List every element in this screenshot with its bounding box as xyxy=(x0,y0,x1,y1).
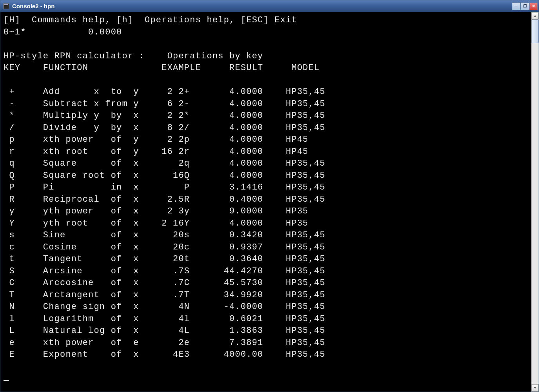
minimize-button[interactable]: ─ xyxy=(512,2,521,10)
scroll-down-arrow[interactable]: ▼ xyxy=(532,384,539,392)
svg-rect-1 xyxy=(4,4,8,5)
maximize-button[interactable]: ❐ xyxy=(521,2,529,10)
app-window: Console2 - hpn ─ ❐ ✕ [H] Commands help, … xyxy=(0,0,539,392)
scroll-up-arrow[interactable]: ▲ xyxy=(532,12,539,20)
scroll-track[interactable] xyxy=(532,20,539,384)
vertical-scrollbar[interactable]: ▲ ▼ xyxy=(531,12,539,392)
svg-rect-2 xyxy=(4,6,7,6)
window-controls: ─ ❐ ✕ xyxy=(512,2,538,10)
terminal-output[interactable]: [H] Commands help, [h] Operations help, … xyxy=(0,12,531,392)
content-area: [H] Commands help, [h] Operations help, … xyxy=(0,12,539,392)
text-cursor xyxy=(4,380,9,381)
titlebar[interactable]: Console2 - hpn ─ ❐ ✕ xyxy=(0,0,539,12)
close-button[interactable]: ✕ xyxy=(529,2,538,10)
app-icon xyxy=(3,3,10,10)
scroll-thumb[interactable] xyxy=(532,20,539,43)
window-title: Console2 - hpn xyxy=(12,3,512,9)
